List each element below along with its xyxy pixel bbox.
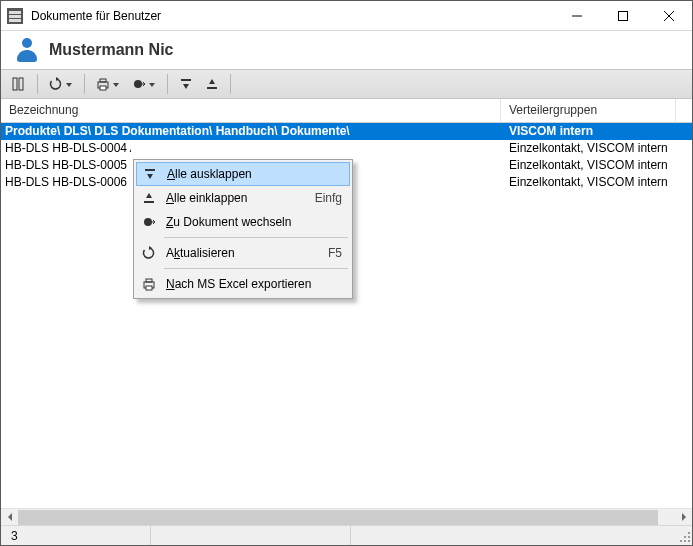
menu-item[interactable]: Nach MS Excel exportieren bbox=[136, 272, 350, 296]
cell-verteilergruppen: Einzelkontakt, VISCOM intern bbox=[501, 140, 676, 157]
column-header-bezeichnung[interactable]: Bezeichnung bbox=[1, 99, 501, 122]
svg-point-14 bbox=[144, 218, 152, 226]
cell-bezeichnung: Produkte\ DLS\ DLS Dokumentation\ Handbu… bbox=[1, 123, 501, 140]
maximize-button[interactable] bbox=[600, 1, 646, 31]
svg-rect-1 bbox=[619, 11, 628, 20]
columns-button[interactable] bbox=[7, 72, 31, 96]
column-headers: Bezeichnung Verteilergruppen bbox=[1, 99, 692, 123]
menu-item-label: Nach MS Excel exportieren bbox=[166, 277, 334, 291]
resize-grip[interactable] bbox=[676, 528, 692, 544]
svg-rect-17 bbox=[146, 286, 152, 290]
print-button[interactable] bbox=[91, 72, 125, 96]
svg-rect-4 bbox=[13, 78, 17, 90]
close-button[interactable] bbox=[646, 1, 692, 31]
user-bar: Mustermann Nic bbox=[1, 31, 692, 69]
menu-separator bbox=[164, 237, 348, 238]
menu-item-label: Alle ausklappen bbox=[167, 167, 333, 181]
svg-rect-8 bbox=[100, 86, 106, 90]
menu-item-accelerator: F5 bbox=[328, 246, 342, 260]
menu-item-label: Zu Dokument wechseln bbox=[166, 215, 334, 229]
menu-item[interactable]: AktualisierenF5 bbox=[136, 241, 350, 265]
column-header-verteilergruppen[interactable]: Verteilergruppen bbox=[501, 99, 676, 122]
collapse-icon bbox=[140, 189, 158, 207]
table-row[interactable]: Produkte\ DLS\ DLS Dokumentation\ Handbu… bbox=[1, 123, 692, 140]
collapse-all-button[interactable] bbox=[200, 72, 224, 96]
toolbar-separator bbox=[167, 74, 168, 94]
goto-icon bbox=[140, 213, 158, 231]
user-icon bbox=[15, 38, 39, 62]
expand-icon bbox=[141, 165, 159, 183]
scroll-track[interactable] bbox=[18, 509, 675, 526]
cell-verteilergruppen: Einzelkontakt, VISCOM intern bbox=[501, 157, 676, 174]
context-menu[interactable]: Alle ausklappenAlle einklappenEinfgZu Do… bbox=[133, 159, 353, 299]
cell-bezeichnung: HB-DLS HB-DLS-0005 Do bbox=[1, 157, 131, 174]
user-name: Mustermann Nic bbox=[49, 41, 173, 59]
status-cell bbox=[151, 526, 351, 545]
toolbar-separator bbox=[84, 74, 85, 94]
refresh-button[interactable] bbox=[44, 72, 78, 96]
scroll-thumb[interactable] bbox=[18, 510, 658, 525]
excel-icon bbox=[140, 275, 158, 293]
expand-all-button[interactable] bbox=[174, 72, 198, 96]
minimize-button[interactable] bbox=[554, 1, 600, 31]
menu-separator bbox=[164, 268, 348, 269]
table-row[interactable]: HB-DLS HB-DLS-0004 AuEinzelkontakt, VISC… bbox=[1, 140, 692, 157]
scroll-right-button[interactable] bbox=[675, 509, 692, 526]
toolbar-separator bbox=[37, 74, 38, 94]
menu-item-accelerator: Einfg bbox=[315, 191, 342, 205]
cell-bezeichnung: HB-DLS HB-DLS-0006 Do bbox=[1, 174, 131, 191]
menu-item[interactable]: Alle einklappenEinfg bbox=[136, 186, 350, 210]
toolbar bbox=[1, 69, 692, 99]
cell-bezeichnung: HB-DLS HB-DLS-0004 Au bbox=[1, 140, 131, 157]
menu-item-label: Alle einklappen bbox=[166, 191, 307, 205]
svg-rect-16 bbox=[146, 279, 152, 282]
window-title: Dokumente für Benutzer bbox=[31, 9, 554, 23]
menu-item[interactable]: Alle ausklappen bbox=[136, 162, 350, 186]
menu-item-label: Aktualisieren bbox=[166, 246, 320, 260]
svg-point-9 bbox=[134, 80, 142, 88]
cell-verteilergruppen: Einzelkontakt, VISCOM intern bbox=[501, 174, 676, 191]
status-bar: 3 bbox=[1, 525, 692, 545]
goto-button[interactable] bbox=[127, 72, 161, 96]
svg-rect-5 bbox=[19, 78, 23, 90]
horizontal-scrollbar[interactable] bbox=[1, 508, 692, 525]
refresh-icon bbox=[140, 244, 158, 262]
menu-item[interactable]: Zu Dokument wechseln bbox=[136, 210, 350, 234]
scroll-left-button[interactable] bbox=[1, 509, 18, 526]
svg-rect-7 bbox=[100, 79, 106, 82]
toolbar-separator bbox=[230, 74, 231, 94]
app-icon bbox=[7, 8, 23, 24]
titlebar: Dokumente für Benutzer bbox=[1, 1, 692, 31]
cell-verteilergruppen: VISCOM intern bbox=[501, 123, 676, 140]
status-count: 3 bbox=[1, 526, 151, 545]
